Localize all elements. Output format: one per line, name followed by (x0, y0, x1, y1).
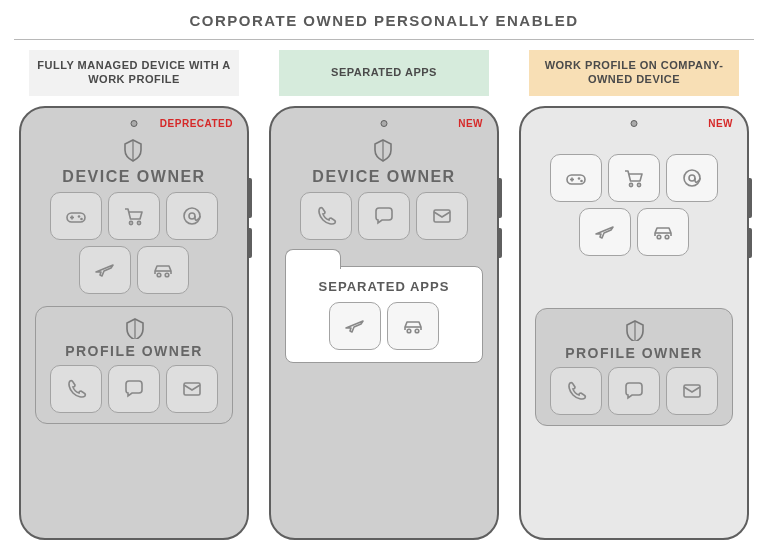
app-icon-row (544, 367, 724, 415)
app-icon-row (296, 302, 472, 350)
shield-icon (371, 138, 397, 164)
phone-speaker (131, 120, 138, 127)
plane-icon (579, 208, 631, 256)
section-title: PROFILE OWNER (544, 345, 724, 361)
mail-icon (416, 192, 468, 240)
column-separated-apps: SEPARATED APPS NEW DEVICE OWNER SEPARATE… (264, 50, 504, 540)
phone-side-button (497, 178, 502, 218)
shield-icon (623, 319, 645, 341)
phone-speaker (631, 120, 638, 127)
plane-icon (79, 246, 131, 294)
gamepad-icon (550, 154, 602, 202)
mail-icon (666, 367, 718, 415)
at-icon (666, 154, 718, 202)
app-icon-row (44, 365, 224, 413)
plane-icon (329, 302, 381, 350)
car-icon (387, 302, 439, 350)
phone-frame: DEPRECATED DEVICE OWNER PROFILE OWNER (19, 106, 249, 540)
cart-icon (608, 154, 660, 202)
app-icon-grid (535, 154, 733, 256)
phone-side-button (747, 228, 752, 258)
columns: FULLY MANAGED DEVICE WITH A WORK PROFILE… (14, 50, 754, 540)
mail-icon (166, 365, 218, 413)
folder-title: SEPARATED APPS (296, 279, 472, 294)
car-icon (137, 246, 189, 294)
profile-owner-panel: PROFILE OWNER (35, 306, 233, 424)
phone-side-button (747, 178, 752, 218)
chat-icon (358, 192, 410, 240)
page-title: CORPORATE OWNED PERSONALLY ENABLED (14, 6, 754, 39)
section-title: PROFILE OWNER (44, 343, 224, 359)
status-badge: NEW (458, 118, 483, 129)
phone-icon (50, 365, 102, 413)
phone-frame: NEW DEVICE OWNER SEPARATED APPS (269, 106, 499, 540)
column-work-profile: WORK PROFILE ON COMPANY-OWNED DEVICE NEW… (514, 50, 754, 540)
column-label: WORK PROFILE ON COMPANY-OWNED DEVICE (529, 50, 739, 96)
divider (14, 39, 754, 40)
column-label: SEPARATED APPS (279, 50, 489, 96)
column-label: FULLY MANAGED DEVICE WITH A WORK PROFILE (29, 50, 239, 96)
app-icon-grid (35, 192, 233, 294)
section-title: DEVICE OWNER (35, 168, 233, 186)
chat-icon (108, 365, 160, 413)
phone-side-button (497, 228, 502, 258)
at-icon (166, 192, 218, 240)
phone-speaker (381, 120, 388, 127)
shield-icon (123, 317, 145, 339)
separated-apps-folder: SEPARATED APPS (285, 266, 483, 363)
phone-side-button (247, 228, 252, 258)
gamepad-icon (50, 192, 102, 240)
cart-icon (108, 192, 160, 240)
column-fully-managed: FULLY MANAGED DEVICE WITH A WORK PROFILE… (14, 50, 254, 540)
app-icon-row (285, 192, 483, 240)
car-icon (637, 208, 689, 256)
phone-icon (550, 367, 602, 415)
phone-side-button (247, 178, 252, 218)
shield-icon (121, 138, 147, 164)
status-badge: DEPRECATED (160, 118, 233, 129)
phone-frame: NEW PROFILE OWNER (519, 106, 749, 540)
chat-icon (608, 367, 660, 415)
profile-owner-panel: PROFILE OWNER (535, 308, 733, 426)
phone-icon (300, 192, 352, 240)
section-title: DEVICE OWNER (285, 168, 483, 186)
status-badge: NEW (708, 118, 733, 129)
